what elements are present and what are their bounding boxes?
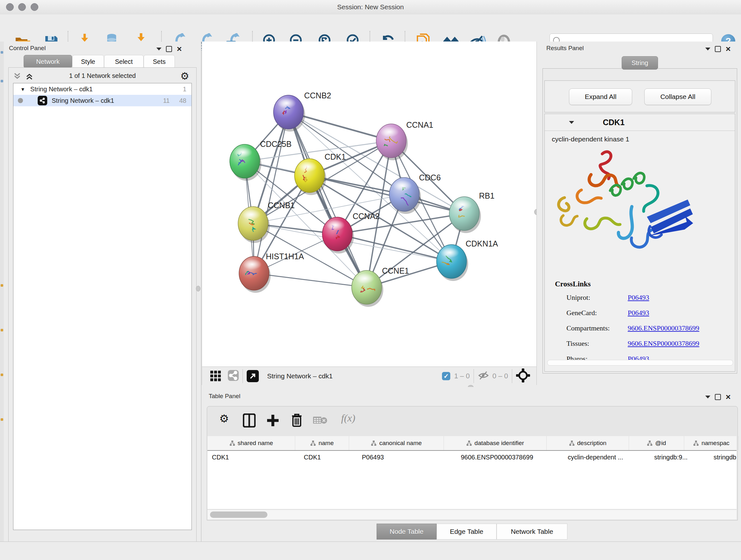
- delete-table-icon: [313, 415, 328, 427]
- node-CCNE1[interactable]: CCNE1: [352, 266, 409, 307]
- table-panel-close-icon[interactable]: ✕: [725, 395, 731, 399]
- view-grid-icon[interactable]: [210, 371, 221, 381]
- tab-network[interactable]: Network: [23, 55, 72, 68]
- column-header-label: @id: [655, 440, 666, 447]
- column-header-label: database identifier: [475, 440, 524, 447]
- node-details-header[interactable]: CDK1: [545, 114, 735, 131]
- results-hscrollbar[interactable]: [547, 360, 733, 366]
- hidden-counts: 0 – 0: [492, 372, 508, 380]
- column-header-description[interactable]: description: [547, 436, 629, 450]
- tab-node-table[interactable]: Node Table: [377, 523, 436, 540]
- table-cell[interactable]: CDK1: [299, 451, 357, 463]
- column-header-canonicalname[interactable]: canonical name: [349, 436, 444, 450]
- table-hscrollbar-thumb[interactable]: [210, 511, 267, 518]
- crosslinks-list: Uniprot:P06493GeneCard:P06493Compartment…: [566, 294, 726, 370]
- table-cell[interactable]: 9606.ENSP00000378699: [456, 451, 563, 463]
- edge-HIST1H1A-CCNE1[interactable]: [254, 273, 367, 287]
- network-edge-count: 48: [179, 97, 186, 105]
- results-panel-close-icon[interactable]: ✕: [725, 47, 731, 51]
- node-CCNB1[interactable]: CCNB1: [238, 201, 295, 243]
- crosslink-value[interactable]: P06493: [628, 309, 649, 317]
- tab-edge-table[interactable]: Edge Table: [436, 523, 496, 540]
- network-collection-row[interactable]: ▼ String Network – cdk1 1: [13, 83, 192, 95]
- column-header-namespac[interactable]: namespac: [684, 436, 739, 450]
- crosslinks-title: CrossLinks: [555, 280, 591, 288]
- birds-eye-toggle[interactable]: [247, 370, 259, 382]
- node-RB1[interactable]: RB1: [449, 191, 495, 233]
- table-cell[interactable]: stringdb: [709, 451, 741, 463]
- collapse-all-button[interactable]: Collapse All: [644, 88, 711, 105]
- protein-structure-image: [551, 143, 701, 270]
- node-CDC25B[interactable]: CDC25B: [230, 139, 292, 181]
- table-cell[interactable]: P06493: [357, 451, 456, 463]
- tab-select[interactable]: Select: [104, 55, 144, 68]
- tab-network-table[interactable]: Network Table: [496, 523, 567, 540]
- node-CDK1[interactable]: CDK1: [294, 152, 346, 195]
- column-header-sharedname[interactable]: shared name: [207, 436, 295, 450]
- add-column-icon[interactable]: [266, 414, 279, 429]
- node-CCNB2[interactable]: CCNB2: [273, 91, 331, 132]
- expand-all-button[interactable]: Expand All: [569, 88, 632, 105]
- crosslink-row: GeneCard:P06493: [566, 309, 726, 317]
- edge-CCNB2-HIST1H1A[interactable]: [254, 112, 288, 273]
- pan-crosshair-icon[interactable]: [516, 368, 530, 384]
- node-CDKN1A[interactable]: CDKN1A: [436, 239, 498, 281]
- collection-expander-icon[interactable]: ▼: [20, 86, 25, 92]
- network-graph[interactable]: CCNB2CCNA1CDC25BCDK1CDC6RB1CCNB1CCNA2CDK…: [202, 42, 536, 367]
- crosslink-value[interactable]: P06493: [628, 294, 649, 302]
- tab-sets[interactable]: Sets: [144, 55, 175, 68]
- crosslink-row: Tissues:9606.ENSP00000378699: [566, 339, 726, 348]
- crosslink-label: Compartments:: [566, 324, 628, 332]
- crosslink-row: Compartments:9606.ENSP00000378699: [566, 324, 726, 332]
- network-collection-box: 1 of 1 Network selected ⚙ ▼ String Netwo…: [8, 67, 197, 560]
- table-cell[interactable]: stringdb:9...: [650, 451, 709, 463]
- delete-column-trash-icon[interactable]: [291, 413, 303, 429]
- node-HIST1H1A[interactable]: HIST1H1A: [239, 252, 304, 293]
- column-header-name[interactable]: name: [295, 436, 349, 450]
- node-description: cyclin-dependent kinase 1: [552, 135, 735, 143]
- edge-CCNA2-CDKN1A[interactable]: [337, 234, 452, 261]
- edge-dot: [1, 329, 3, 331]
- tab-style[interactable]: Style: [72, 55, 104, 68]
- node-label-CCNB2: CCNB2: [304, 91, 331, 100]
- crosslink-value[interactable]: 9606.ENSP00000378699: [628, 324, 699, 332]
- column-header-label: namespac: [701, 440, 730, 447]
- left-splitter-handle[interactable]: [196, 286, 200, 292]
- edge-CCNB2-CCNE1[interactable]: [288, 112, 367, 287]
- hidden-eye-icon[interactable]: [478, 371, 489, 381]
- status-bar: ☁ Memory: [0, 542, 741, 560]
- results-panel-float-icon[interactable]: [715, 46, 721, 52]
- control-panel-close-icon[interactable]: ✕: [177, 47, 182, 51]
- selected-checkbox-icon[interactable]: ✓: [442, 372, 450, 380]
- table-cell[interactable]: cyclin-dependent ...: [563, 451, 650, 463]
- string-network-icon: [38, 96, 47, 105]
- network-row-selected[interactable]: String Network – cdk1 11 48: [13, 95, 192, 106]
- network-options-gear-icon[interactable]: ⚙: [180, 70, 189, 82]
- table-settings-gear-icon[interactable]: ⚙: [219, 412, 229, 425]
- network-canvas[interactable]: CCNB2CCNA1CDC25BCDK1CDC6RB1CCNB1CCNA2CDK…: [202, 42, 537, 367]
- control-panel-tabs: NetworkStyleSelectSets: [23, 55, 175, 68]
- column-header-id[interactable]: @id: [629, 436, 684, 450]
- column-header-databaseidentifier[interactable]: database identifier: [444, 436, 547, 450]
- control-panel-menu-icon[interactable]: [156, 48, 161, 51]
- node-expander-icon[interactable]: [569, 121, 574, 124]
- node-name: CDK1: [603, 118, 624, 127]
- node-label-CCNA1: CCNA1: [406, 120, 433, 129]
- crosslink-value[interactable]: 9606.ENSP00000378699: [628, 339, 699, 348]
- table-panel-float-icon[interactable]: [715, 394, 721, 400]
- table-columns-icon[interactable]: [243, 414, 256, 429]
- table-panel-title: Table Panel: [209, 393, 240, 400]
- node-label-RB1: RB1: [479, 191, 495, 200]
- node-CDC6[interactable]: CDC6: [389, 173, 441, 214]
- string-view-share-icon[interactable]: [228, 370, 239, 382]
- table-cell[interactable]: CDK1: [207, 451, 299, 463]
- node-label-CDKN1A: CDKN1A: [466, 239, 498, 248]
- network-selection-status: 1 of 1 Network selected: [9, 72, 196, 79]
- tab-string[interactable]: String: [622, 56, 658, 70]
- results-panel-menu-icon[interactable]: [705, 48, 711, 51]
- table-panel-menu-icon[interactable]: [705, 395, 711, 398]
- control-panel-float-icon[interactable]: [166, 46, 172, 52]
- table-row[interactable]: CDK1CDK1P064939606.ENSP00000378699cyclin…: [207, 451, 737, 463]
- control-panel: Control Panel ✕ NetworkStyleSelectSets 1…: [4, 42, 201, 542]
- table-hscrollbar[interactable]: [207, 509, 737, 519]
